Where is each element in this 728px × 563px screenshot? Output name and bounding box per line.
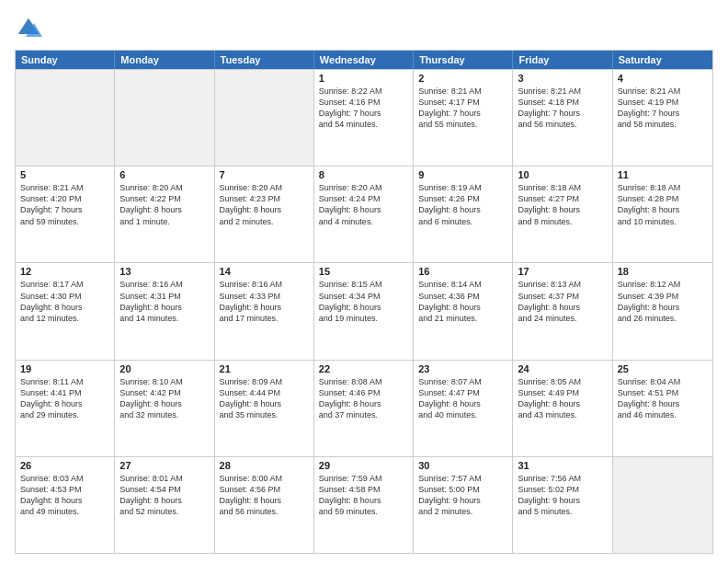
day-cell-27: 27Sunrise: 8:01 AM Sunset: 4:54 PM Dayli… (115, 457, 214, 553)
header-day-friday: Friday (513, 51, 612, 69)
day-cell-2: 2Sunrise: 8:21 AM Sunset: 4:17 PM Daylig… (414, 70, 513, 166)
day-info-13: Sunrise: 8:16 AM Sunset: 4:31 PM Dayligh… (119, 279, 209, 324)
empty-cell (115, 70, 214, 166)
day-cell-1: 1Sunrise: 8:22 AM Sunset: 4:16 PM Daylig… (314, 70, 414, 166)
day-number-3: 3 (518, 73, 607, 84)
day-number-5: 5 (20, 169, 109, 180)
day-cell-17: 17Sunrise: 8:13 AM Sunset: 4:37 PM Dayli… (513, 263, 612, 359)
day-cell-24: 24Sunrise: 8:05 AM Sunset: 4:49 PM Dayli… (513, 361, 612, 456)
day-number-19: 19 (20, 363, 109, 374)
day-cell-19: 19Sunrise: 8:11 AM Sunset: 4:41 PM Dayli… (16, 361, 115, 456)
day-number-15: 15 (319, 266, 408, 277)
day-info-30: Sunrise: 7:57 AM Sunset: 5:00 PM Dayligh… (418, 473, 507, 518)
day-cell-5: 5Sunrise: 8:21 AM Sunset: 4:20 PM Daylig… (16, 167, 115, 262)
day-number-1: 1 (319, 73, 408, 84)
day-cell-22: 22Sunrise: 8:08 AM Sunset: 4:46 PM Dayli… (314, 361, 414, 456)
day-number-21: 21 (220, 363, 309, 374)
empty-cell (215, 70, 314, 166)
day-number-22: 22 (319, 363, 408, 374)
header-day-thursday: Thursday (414, 51, 513, 69)
day-cell-23: 23Sunrise: 8:07 AM Sunset: 4:47 PM Dayli… (414, 361, 513, 456)
day-info-9: Sunrise: 8:19 AM Sunset: 4:26 PM Dayligh… (418, 182, 507, 227)
day-number-24: 24 (518, 363, 607, 374)
header-day-saturday: Saturday (613, 51, 712, 69)
day-info-26: Sunrise: 8:03 AM Sunset: 4:53 PM Dayligh… (20, 473, 109, 518)
day-number-23: 23 (418, 363, 507, 374)
day-cell-25: 25Sunrise: 8:04 AM Sunset: 4:51 PM Dayli… (613, 361, 712, 456)
header-day-tuesday: Tuesday (215, 51, 314, 69)
day-info-18: Sunrise: 8:12 AM Sunset: 4:39 PM Dayligh… (618, 279, 708, 324)
day-cell-16: 16Sunrise: 8:14 AM Sunset: 4:36 PM Dayli… (414, 263, 513, 359)
calendar-row-2: 12Sunrise: 8:17 AM Sunset: 4:30 PM Dayli… (16, 262, 712, 359)
calendar: SundayMondayTuesdayWednesdayThursdayFrid… (15, 50, 713, 554)
day-info-8: Sunrise: 8:20 AM Sunset: 4:24 PM Dayligh… (319, 182, 408, 227)
day-cell-20: 20Sunrise: 8:10 AM Sunset: 4:42 PM Dayli… (115, 361, 214, 456)
day-info-22: Sunrise: 8:08 AM Sunset: 4:46 PM Dayligh… (319, 376, 408, 421)
day-cell-31: 31Sunrise: 7:56 AM Sunset: 5:02 PM Dayli… (513, 457, 612, 553)
day-cell-9: 9Sunrise: 8:19 AM Sunset: 4:26 PM Daylig… (414, 167, 513, 262)
day-number-6: 6 (119, 169, 209, 180)
logo (15, 15, 46, 42)
day-cell-8: 8Sunrise: 8:20 AM Sunset: 4:24 PM Daylig… (314, 167, 414, 262)
day-info-1: Sunrise: 8:22 AM Sunset: 4:16 PM Dayligh… (319, 86, 408, 131)
day-cell-18: 18Sunrise: 8:12 AM Sunset: 4:39 PM Dayli… (613, 263, 712, 359)
day-cell-21: 21Sunrise: 8:09 AM Sunset: 4:44 PM Dayli… (215, 361, 314, 456)
page: SundayMondayTuesdayWednesdayThursdayFrid… (0, 0, 728, 563)
empty-cell (613, 457, 712, 553)
day-cell-14: 14Sunrise: 8:16 AM Sunset: 4:33 PM Dayli… (215, 263, 314, 359)
calendar-row-0: 1Sunrise: 8:22 AM Sunset: 4:16 PM Daylig… (16, 69, 712, 166)
day-number-7: 7 (220, 169, 309, 180)
day-cell-30: 30Sunrise: 7:57 AM Sunset: 5:00 PM Dayli… (414, 457, 513, 553)
day-number-17: 17 (518, 266, 607, 277)
day-cell-6: 6Sunrise: 8:20 AM Sunset: 4:22 PM Daylig… (115, 167, 214, 262)
day-info-21: Sunrise: 8:09 AM Sunset: 4:44 PM Dayligh… (220, 376, 309, 421)
calendar-row-1: 5Sunrise: 8:21 AM Sunset: 4:20 PM Daylig… (16, 166, 712, 262)
calendar-row-4: 26Sunrise: 8:03 AM Sunset: 4:53 PM Dayli… (16, 456, 712, 553)
header-day-sunday: Sunday (16, 51, 115, 69)
day-cell-12: 12Sunrise: 8:17 AM Sunset: 4:30 PM Dayli… (16, 263, 115, 359)
day-info-27: Sunrise: 8:01 AM Sunset: 4:54 PM Dayligh… (119, 473, 209, 518)
header-day-monday: Monday (115, 51, 214, 69)
day-number-30: 30 (418, 460, 507, 471)
day-number-11: 11 (618, 169, 708, 180)
day-cell-15: 15Sunrise: 8:15 AM Sunset: 4:34 PM Dayli… (314, 263, 414, 359)
day-info-28: Sunrise: 8:00 AM Sunset: 4:56 PM Dayligh… (220, 473, 309, 518)
day-cell-10: 10Sunrise: 8:18 AM Sunset: 4:27 PM Dayli… (513, 167, 612, 262)
day-info-3: Sunrise: 8:21 AM Sunset: 4:18 PM Dayligh… (518, 86, 607, 131)
day-number-27: 27 (119, 460, 209, 471)
day-cell-11: 11Sunrise: 8:18 AM Sunset: 4:28 PM Dayli… (613, 167, 712, 262)
day-cell-28: 28Sunrise: 8:00 AM Sunset: 4:56 PM Dayli… (215, 457, 314, 553)
day-info-6: Sunrise: 8:20 AM Sunset: 4:22 PM Dayligh… (119, 182, 209, 227)
day-info-20: Sunrise: 8:10 AM Sunset: 4:42 PM Dayligh… (119, 376, 209, 421)
day-info-7: Sunrise: 8:20 AM Sunset: 4:23 PM Dayligh… (220, 182, 309, 227)
day-info-31: Sunrise: 7:56 AM Sunset: 5:02 PM Dayligh… (518, 473, 607, 518)
day-info-19: Sunrise: 8:11 AM Sunset: 4:41 PM Dayligh… (20, 376, 109, 421)
logo-icon (15, 15, 42, 42)
day-info-12: Sunrise: 8:17 AM Sunset: 4:30 PM Dayligh… (20, 279, 109, 324)
day-number-10: 10 (518, 169, 607, 180)
day-number-8: 8 (319, 169, 408, 180)
day-info-29: Sunrise: 7:59 AM Sunset: 4:58 PM Dayligh… (319, 473, 408, 518)
day-info-2: Sunrise: 8:21 AM Sunset: 4:17 PM Dayligh… (418, 86, 507, 131)
day-info-5: Sunrise: 8:21 AM Sunset: 4:20 PM Dayligh… (20, 182, 109, 227)
calendar-row-3: 19Sunrise: 8:11 AM Sunset: 4:41 PM Dayli… (16, 360, 712, 456)
day-number-13: 13 (119, 266, 209, 277)
day-number-18: 18 (618, 266, 708, 277)
header (15, 15, 713, 42)
day-number-28: 28 (220, 460, 309, 471)
header-day-wednesday: Wednesday (314, 51, 414, 69)
day-number-29: 29 (319, 460, 408, 471)
day-number-16: 16 (418, 266, 507, 277)
day-info-23: Sunrise: 8:07 AM Sunset: 4:47 PM Dayligh… (418, 376, 507, 421)
day-number-20: 20 (119, 363, 209, 374)
day-number-31: 31 (518, 460, 607, 471)
day-cell-26: 26Sunrise: 8:03 AM Sunset: 4:53 PM Dayli… (16, 457, 115, 553)
day-cell-3: 3Sunrise: 8:21 AM Sunset: 4:18 PM Daylig… (513, 70, 612, 166)
day-info-11: Sunrise: 8:18 AM Sunset: 4:28 PM Dayligh… (618, 182, 708, 227)
day-number-12: 12 (20, 266, 109, 277)
day-info-25: Sunrise: 8:04 AM Sunset: 4:51 PM Dayligh… (618, 376, 708, 421)
day-number-25: 25 (618, 363, 708, 374)
day-cell-4: 4Sunrise: 8:21 AM Sunset: 4:19 PM Daylig… (613, 70, 712, 166)
day-number-4: 4 (618, 73, 708, 84)
day-cell-13: 13Sunrise: 8:16 AM Sunset: 4:31 PM Dayli… (115, 263, 214, 359)
